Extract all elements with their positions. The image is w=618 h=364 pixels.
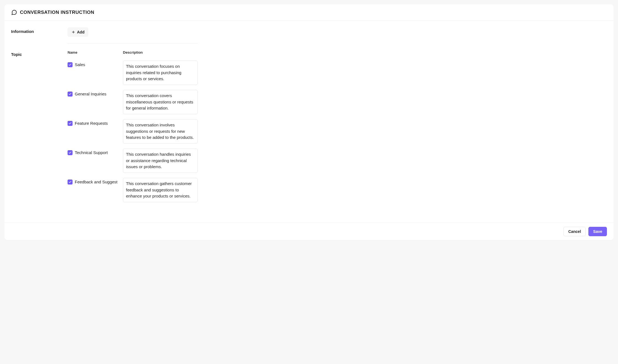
card-header: CONVERSATION INSTRUCTION	[4, 4, 614, 21]
topic-name-text: General Inquiries	[75, 92, 106, 96]
column-description-header: Description	[123, 50, 198, 54]
topic-description-input[interactable]	[123, 149, 198, 173]
topic-description-input[interactable]	[123, 90, 198, 114]
cancel-button[interactable]: Cancel	[563, 227, 586, 236]
topic-label: Topic	[11, 50, 64, 57]
topic-row: General Inquiries	[68, 88, 198, 117]
plus-icon	[71, 30, 75, 34]
topic-checkbox[interactable]	[68, 121, 73, 126]
chat-icon	[11, 9, 17, 15]
topic-name-cell: Technical Support	[68, 149, 120, 155]
topic-name-text: Feedback and Suggestions	[75, 180, 118, 184]
topic-name-cell: Feature Requests	[68, 119, 120, 126]
topic-row: Feature Requests	[68, 117, 198, 146]
topic-name-cell: Feedback and Suggestions	[68, 178, 120, 184]
svg-point-0	[13, 12, 13, 12]
svg-point-1	[14, 12, 14, 12]
topic-checkbox[interactable]	[68, 150, 73, 155]
topic-rows-container: SalesGeneral InquiriesFeature RequestsTe…	[68, 58, 198, 205]
topic-name-text: Technical Support	[75, 150, 108, 155]
information-divider	[68, 43, 198, 44]
topic-description-input[interactable]	[123, 178, 198, 202]
card-body: Information Add Topic Name	[4, 21, 614, 223]
topic-row: Feedback and Suggestions	[68, 176, 198, 205]
information-label: Information	[11, 27, 64, 34]
topic-section: Topic Name Description SalesGeneral Inqu…	[11, 50, 607, 205]
topic-description-input[interactable]	[123, 61, 198, 85]
column-name-header: Name	[68, 50, 120, 54]
card-title: CONVERSATION INSTRUCTION	[20, 10, 94, 15]
topic-description-input[interactable]	[123, 119, 198, 144]
topic-table: Name Description SalesGeneral InquiriesF…	[68, 50, 198, 205]
information-content: Add	[68, 27, 198, 44]
topic-checkbox[interactable]	[68, 92, 73, 97]
topic-table-head: Name Description	[68, 50, 198, 58]
topic-name-cell: General Inquiries	[68, 90, 120, 97]
conversation-instruction-card: CONVERSATION INSTRUCTION Information Add	[4, 4, 614, 240]
add-information-button[interactable]: Add	[68, 27, 88, 37]
topic-checkbox[interactable]	[68, 62, 73, 67]
topic-name-cell: Sales	[68, 61, 120, 67]
card-footer: Cancel Save	[4, 223, 614, 240]
topic-row: Sales	[68, 58, 198, 88]
topic-checkbox[interactable]	[68, 180, 73, 184]
information-section: Information Add	[11, 27, 607, 44]
svg-point-2	[15, 12, 15, 12]
topic-row: Technical Support	[68, 146, 198, 176]
topic-name-text: Feature Requests	[75, 121, 108, 126]
add-button-label: Add	[77, 30, 84, 34]
topic-name-text: Sales	[75, 62, 85, 67]
save-button[interactable]: Save	[588, 227, 607, 236]
